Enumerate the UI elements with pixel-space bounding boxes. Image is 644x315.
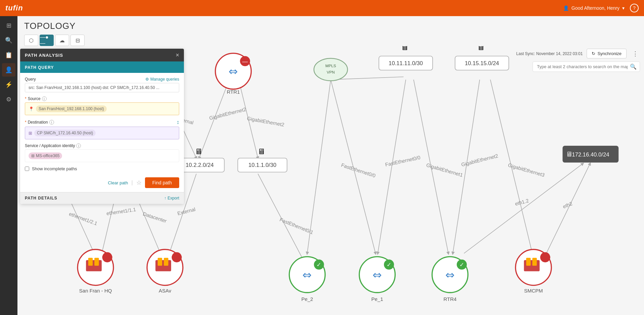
svg-text:10.2.2.0/24: 10.2.2.0/24 [186, 162, 213, 168]
top-nav: tufin 👤 Good Afternoon, Henry ▾ ? [0, 0, 644, 16]
svg-text:✓: ✓ [316, 262, 321, 268]
page-title: TOPOLOGY [24, 21, 637, 31]
node-pe-2[interactable]: ✓ ⇔ Pe_2 [289, 257, 325, 302]
query-input[interactable]: src: San Fran/Host_192.168.1.100 (host) … [25, 83, 179, 92]
sync-label: Synchronize [597, 51, 622, 56]
svg-text:Pe_1: Pe_1 [371, 296, 383, 302]
map-search-bar: 🔍 [533, 61, 640, 72]
svg-text:10.15.15.0/24: 10.15.15.0/24 [465, 60, 499, 66]
svg-text:⇔: ⇔ [445, 269, 455, 281]
sidebar-item-reports[interactable]: 📋 [2, 48, 15, 62]
query-label-row: Query ⚙ Manage queries [25, 77, 179, 82]
synchronize-button[interactable]: ↻ Synchronize [587, 49, 627, 58]
svg-point-107 [540, 252, 550, 262]
tab-logical[interactable]: —●— [40, 35, 54, 46]
sidebar-item-search[interactable]: 🔍 [2, 34, 15, 47]
svg-text:ethernet1/1.1: ethernet1/1.1 [106, 207, 136, 216]
sidebar-item-settings[interactable]: ⚙ [2, 93, 15, 106]
svg-line-9 [199, 85, 227, 158]
svg-rect-82 [88, 258, 93, 266]
user-menu[interactable]: 👤 Good Afternoon, Henry ▾ [563, 5, 625, 11]
tab-cloud[interactable]: ☁ [55, 35, 69, 46]
manage-queries-link[interactable]: ⚙ Manage queries [145, 77, 179, 82]
svg-text:172.16.40.0/24: 172.16.40.0/24 [572, 151, 609, 158]
svg-text:eth2: eth2 [562, 200, 573, 210]
svg-text:FastEthernet0/0: FastEthernet0/0 [341, 162, 377, 178]
svg-point-80 [102, 252, 112, 262]
svg-rect-89 [164, 258, 168, 266]
map-search-input[interactable] [533, 61, 640, 72]
svg-text:ASAv: ASAv [159, 288, 171, 294]
svg-text:GigabitEthernet2: GigabitEthernet2 [209, 106, 247, 121]
node-rtr1[interactable]: — ⇔ RTR1 [215, 53, 251, 95]
svg-text:RTR4: RTR4 [443, 296, 456, 302]
clear-path-button[interactable]: Clear path [108, 180, 128, 185]
service-label-row: Service / Application identity i [25, 143, 179, 148]
more-options-button[interactable]: ⋮ [631, 49, 640, 58]
incomplete-paths-label[interactable]: Show incomplete paths [32, 166, 77, 171]
node-mpls-vpn[interactable]: MPLS VPN [314, 58, 347, 81]
page-header: TOPOLOGY ⬡ —●— ☁ ⊟ [17, 16, 644, 46]
node-rtr4[interactable]: ✓ ⇔ RTR4 [432, 257, 468, 302]
path-panel-close-button[interactable]: × [176, 52, 179, 58]
path-details-title: PATH DETAILS [25, 196, 57, 200]
service-input[interactable]: ⊞ MS-office365 [25, 149, 179, 162]
svg-line-24 [307, 80, 331, 253]
svg-text:⇔: ⇔ [302, 269, 312, 281]
destination-input[interactable]: ⊞ CP SMC/h_172.16.40.50 (host) [25, 127, 179, 139]
svg-text:Pe_2: Pe_2 [301, 296, 313, 302]
node-san-fran-hq[interactable]: San Fran - HQ [78, 250, 113, 294]
dest-icon: ⊞ [29, 131, 32, 136]
swap-source-dest-button[interactable]: ↕ [177, 119, 179, 125]
node-pe-1[interactable]: ✓ ⇔ Pe_1 [359, 257, 395, 302]
svg-rect-109 [526, 258, 531, 266]
node-subnet-10-15-15[interactable]: 10.15.15.0/24 🖥 [455, 46, 509, 70]
find-path-button[interactable]: Find path [145, 177, 179, 188]
destination-row: * Destination i ↕ ⊞ CP SMC/h_172.16.40.5… [25, 119, 179, 139]
node-subnet-172-16-40[interactable]: 172.16.40.0/24 🖥 [562, 146, 618, 163]
svg-text:FastEthernet0/0: FastEthernet0/0 [385, 154, 421, 168]
svg-text:GigabitEthernet3: GigabitEthernet3 [507, 162, 545, 178]
incomplete-paths-row: Show incomplete paths [25, 166, 179, 171]
view-tabs: ⬡ —●— ☁ ⊟ [24, 35, 637, 46]
svg-text:San Fran - HQ: San Fran - HQ [79, 288, 112, 294]
svg-line-31 [453, 80, 480, 253]
node-asav[interactable]: ASAv [147, 250, 183, 294]
path-query-title: PATH QUERY [25, 65, 54, 70]
node-subnet-10-1-1[interactable]: 10.1.1.0/30 🖥 [238, 147, 287, 172]
source-row: * Source i 📍 San Fran/Host_192.168.1.100… [25, 96, 179, 115]
incomplete-paths-checkbox[interactable] [25, 167, 29, 171]
action-divider: | [131, 180, 133, 186]
svg-text:🖥: 🖥 [257, 147, 265, 156]
service-info-icon[interactable]: i [76, 143, 81, 148]
sync-icon: ↻ [592, 51, 595, 56]
svg-rect-88 [158, 258, 162, 266]
svg-text:FastEthernet0/1: FastEthernet0/1 [279, 217, 314, 235]
sidebar-item-topology[interactable]: 👤 [2, 63, 15, 77]
tab-physical[interactable]: ⬡ [24, 35, 38, 46]
svg-text:SMCPM: SMCPM [524, 288, 543, 294]
svg-text:⇔: ⇔ [373, 269, 382, 281]
node-smcpm[interactable]: SMCPM [515, 250, 551, 294]
path-panel-header: PATH ANALYSIS × [20, 49, 184, 61]
query-row: Query ⚙ Manage queries src: San Fran/Hos… [25, 77, 179, 92]
dest-info-icon[interactable]: i [49, 120, 54, 125]
sidebar: ⊞ 🔍 📋 👤 ⚡ ⚙ [0, 16, 17, 315]
source-info-icon[interactable]: i [42, 96, 47, 101]
sidebar-item-dashboard[interactable]: ⊞ [2, 19, 15, 32]
svg-text:🖥: 🖥 [195, 147, 202, 156]
path-panel-body: Query ⚙ Manage queries src: San Fran/Hos… [20, 73, 184, 192]
star-button[interactable]: ☆ [136, 179, 142, 186]
help-button[interactable]: ? [630, 4, 639, 12]
map-topbar: Last Sync: November 14, 2022 03:01 ↻ Syn… [516, 49, 640, 58]
svg-text:10.1.1.0/30: 10.1.1.0/30 [248, 162, 276, 168]
svg-text:10.11.11.0/30: 10.11.11.0/30 [389, 60, 423, 66]
action-row: Clear path | ☆ Find path [25, 176, 179, 188]
source-input[interactable]: 📍 San Fran/Host_192.168.1.100 (host) [25, 102, 179, 115]
svg-text:⇔: ⇔ [229, 65, 238, 78]
svg-text:VPN: VPN [327, 70, 335, 74]
tab-detail[interactable]: ⊟ [70, 35, 85, 46]
export-button[interactable]: ↑ Export [164, 196, 179, 200]
sidebar-item-workflows[interactable]: ⚡ [2, 78, 15, 91]
node-subnet-10-11-11[interactable]: 10.11.11.0/30 🖥 [379, 46, 433, 70]
